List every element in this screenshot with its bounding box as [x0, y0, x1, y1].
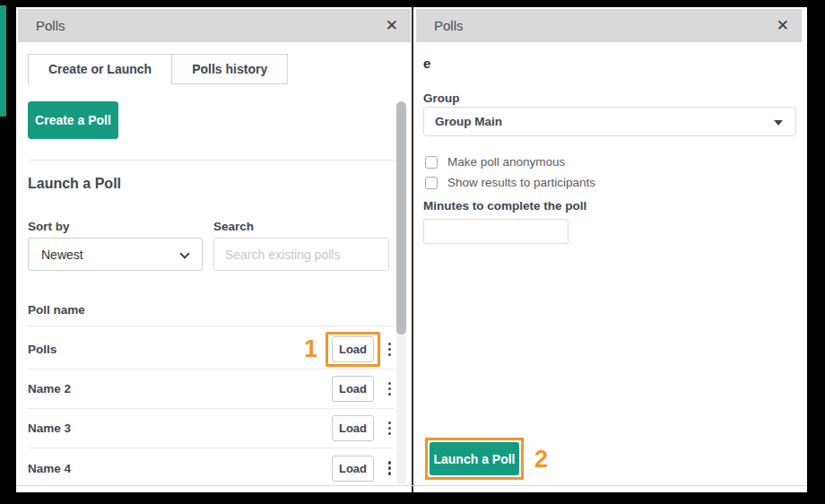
poll-name-column-header: Poll name — [28, 303, 85, 317]
close-icon[interactable]: ✕ — [777, 18, 789, 33]
screen: Polls ✕ Create or Launch Polls history C… — [0, 0, 825, 504]
left-panel-title: Polls — [36, 18, 65, 33]
sort-by-label: Sort by — [28, 220, 70, 233]
checkbox-unchecked-icon[interactable] — [425, 177, 438, 189]
poll-row-name: Polls — [28, 343, 56, 356]
checkbox-label: Make poll anonymous — [447, 155, 565, 169]
close-icon[interactable]: ✕ — [386, 18, 398, 33]
more-options-icon[interactable] — [385, 457, 395, 479]
tab-polls-history[interactable]: Polls history — [171, 54, 288, 84]
poll-row-name: Name 2 — [28, 382, 71, 395]
divider — [28, 326, 395, 326]
left-panel-tabs: Create or Launch Polls history — [28, 54, 288, 84]
load-button[interactable]: Load — [332, 336, 374, 362]
tutorial-highlight-box-2: Launch a Poll — [425, 438, 524, 480]
poll-row-name-3: Name 3 Load — [28, 409, 395, 448]
polls-dialog: Polls ✕ Create or Launch Polls history C… — [16, 7, 807, 492]
tutorial-step-2-number: 2 — [534, 448, 548, 472]
panel-divider — [412, 7, 413, 492]
scrollbar-track[interactable] — [396, 101, 406, 484]
load-button[interactable]: Load — [332, 376, 374, 402]
make-poll-anonymous-option[interactable]: Make poll anonymous — [425, 155, 565, 169]
minutes-label: Minutes to complete the poll — [423, 199, 586, 213]
checkbox-label: Show results to participants — [447, 176, 595, 189]
launch-a-poll-heading: Launch a Poll — [28, 176, 121, 192]
search-input[interactable] — [213, 238, 389, 271]
load-button[interactable]: Load — [332, 415, 374, 441]
selected-poll-name: e — [423, 56, 430, 71]
poll-row-polls: Polls 1 Load — [28, 330, 395, 369]
poll-row-name-2: Name 2 Load — [28, 369, 395, 409]
chevron-down-icon — [179, 248, 189, 258]
checkbox-unchecked-icon[interactable] — [425, 156, 438, 169]
right-panel-header: Polls ✕ — [416, 9, 802, 42]
divider — [28, 160, 401, 161]
load-button[interactable]: Load — [332, 456, 374, 482]
caret-down-icon — [774, 120, 783, 126]
divider — [16, 485, 807, 486]
sort-by-value: Newest — [41, 248, 83, 262]
launch-a-poll-button[interactable]: Launch a Poll — [430, 442, 519, 475]
more-options-icon[interactable] — [385, 339, 395, 361]
poll-row-name: Name 3 — [28, 421, 71, 435]
group-select-value: Group Main — [435, 115, 502, 128]
right-panel-title: Polls — [434, 18, 464, 33]
more-options-icon[interactable] — [385, 418, 395, 439]
minutes-input[interactable] — [423, 219, 569, 244]
show-results-option[interactable]: Show results to participants — [425, 176, 595, 189]
background-accent-strip — [0, 5, 6, 117]
scrollbar-thumb[interactable] — [396, 101, 406, 335]
poll-list: Polls 1 Load Name 2 Load Name 3 Load Nam… — [28, 330, 395, 488]
poll-row-name: Name 4 — [28, 462, 71, 475]
group-select[interactable]: Group Main — [423, 107, 796, 136]
tutorial-highlight-box-1: Load — [326, 332, 380, 367]
tab-create-or-launch[interactable]: Create or Launch — [28, 54, 172, 84]
poll-row-name-4: Name 4 Load — [28, 448, 395, 488]
left-panel-header: Polls ✕ — [18, 9, 411, 42]
tutorial-step-1-number: 1 — [304, 337, 317, 361]
more-options-icon[interactable] — [385, 378, 395, 400]
create-a-poll-button[interactable]: Create a Poll — [28, 101, 118, 139]
search-label: Search — [213, 220, 254, 233]
group-label: Group — [423, 91, 460, 105]
sort-by-select[interactable]: Newest — [28, 238, 203, 271]
